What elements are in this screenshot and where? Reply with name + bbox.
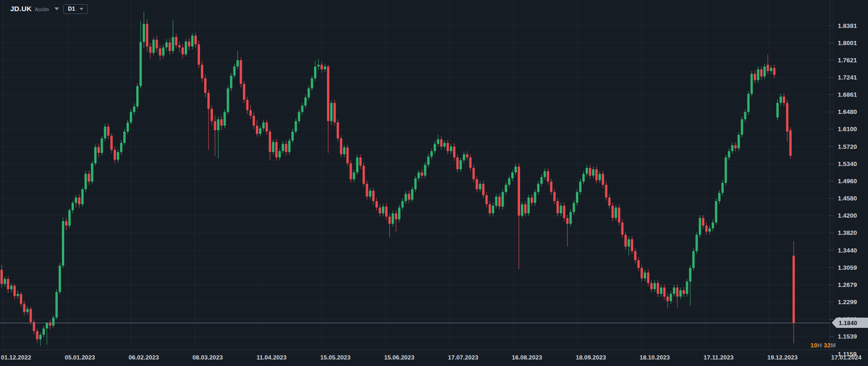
candle-body bbox=[780, 97, 782, 103]
candle-body bbox=[443, 143, 446, 146]
candle-body bbox=[372, 191, 374, 201]
candle-body bbox=[253, 116, 255, 126]
candle-body bbox=[117, 152, 119, 160]
candle-body bbox=[194, 36, 197, 45]
candle-body bbox=[589, 168, 591, 176]
candle-body bbox=[599, 174, 601, 180]
candle-body bbox=[521, 204, 523, 215]
candle-body bbox=[728, 151, 730, 158]
candle-body bbox=[4, 279, 6, 284]
candle-body bbox=[605, 185, 608, 197]
candle-body bbox=[262, 122, 265, 128]
candle-body bbox=[359, 158, 361, 166]
candle-body bbox=[550, 181, 553, 192]
candle-body bbox=[317, 65, 320, 67]
candle-body bbox=[482, 184, 485, 195]
candle-body bbox=[33, 322, 35, 332]
countdown-hours-unit: H bbox=[817, 342, 824, 349]
candle-body bbox=[123, 132, 126, 143]
candle-body bbox=[201, 65, 203, 78]
countdown-minutes: 32 bbox=[824, 342, 831, 349]
candle-body bbox=[224, 112, 226, 126]
candle-body bbox=[721, 183, 724, 193]
candle-body bbox=[670, 294, 672, 301]
candle-body bbox=[207, 93, 210, 109]
candle-body bbox=[185, 41, 187, 54]
candle-body bbox=[220, 119, 223, 126]
candle-body bbox=[560, 206, 562, 213]
candlestick-chart[interactable]: 1.83811.80011.76211.72411.68611.64801.61… bbox=[0, 0, 868, 366]
candle-body bbox=[411, 189, 414, 200]
candle-body bbox=[508, 179, 510, 185]
candle-body bbox=[81, 189, 84, 204]
price-axis[interactable] bbox=[830, 0, 868, 350]
chevron-down-icon bbox=[80, 8, 83, 10]
candle-body bbox=[718, 193, 721, 201]
candle-body bbox=[440, 140, 442, 147]
candle-body bbox=[292, 132, 294, 141]
candle-body bbox=[159, 48, 161, 56]
candle-body bbox=[398, 207, 401, 219]
timeframe-selector[interactable]: D1 bbox=[63, 4, 88, 14]
candle-body bbox=[608, 198, 611, 206]
candle-body bbox=[531, 198, 533, 203]
candle-body bbox=[311, 79, 313, 89]
candle-body bbox=[505, 185, 507, 192]
candle-body bbox=[272, 142, 274, 152]
chevron-down-icon bbox=[54, 7, 59, 10]
candle-body bbox=[307, 88, 310, 98]
candle-body bbox=[10, 286, 13, 289]
candle-body bbox=[85, 174, 87, 189]
candle-body bbox=[789, 130, 792, 156]
candle-body bbox=[191, 36, 194, 47]
candle-body bbox=[198, 44, 200, 65]
candle-body bbox=[527, 198, 530, 213]
countdown-hours: 10 bbox=[810, 342, 817, 349]
candle-body bbox=[631, 240, 633, 251]
candle-body bbox=[741, 119, 743, 134]
candle-body bbox=[172, 37, 174, 51]
candle-body bbox=[414, 179, 417, 189]
candle-body bbox=[650, 283, 653, 289]
candle-body bbox=[59, 266, 61, 292]
candle-body bbox=[705, 226, 708, 232]
candle-body bbox=[46, 322, 48, 328]
candle-body bbox=[0, 270, 3, 284]
candle-body bbox=[343, 147, 346, 154]
candle-body bbox=[725, 158, 727, 183]
candle-body bbox=[708, 228, 711, 232]
candle-body bbox=[162, 47, 165, 56]
candle-body bbox=[279, 151, 281, 158]
candle-body bbox=[734, 145, 737, 148]
candle-body bbox=[347, 147, 349, 163]
candle-body bbox=[146, 24, 148, 47]
candle-body bbox=[55, 292, 58, 318]
candle-body bbox=[30, 309, 32, 322]
candle-body bbox=[786, 103, 788, 132]
candle-body bbox=[547, 171, 549, 181]
candle-body bbox=[249, 110, 252, 116]
instrument-header[interactable]: JD.UK Acción bbox=[10, 5, 59, 13]
candle-body bbox=[524, 204, 527, 213]
candle-body bbox=[408, 194, 410, 200]
candle-body bbox=[644, 273, 646, 279]
candle-body bbox=[576, 192, 578, 203]
candle-body bbox=[676, 287, 679, 297]
candle-body bbox=[104, 126, 106, 138]
candle-body bbox=[776, 103, 779, 117]
candle-body bbox=[39, 335, 41, 339]
candle-body bbox=[469, 158, 472, 168]
candle-body bbox=[582, 174, 585, 182]
candle-body bbox=[430, 151, 433, 157]
trading-chart-window: 1.83811.80011.76211.72411.68611.64801.61… bbox=[0, 0, 868, 366]
time-axis[interactable] bbox=[0, 350, 868, 366]
candle-body bbox=[783, 97, 785, 103]
candle-body bbox=[136, 86, 139, 106]
candle-body bbox=[563, 206, 565, 218]
candle-body bbox=[479, 184, 481, 189]
candle-body bbox=[334, 103, 336, 122]
candle-body bbox=[156, 40, 158, 48]
candle-body bbox=[42, 328, 45, 335]
candle-body bbox=[511, 173, 514, 179]
candle-body bbox=[715, 201, 717, 222]
